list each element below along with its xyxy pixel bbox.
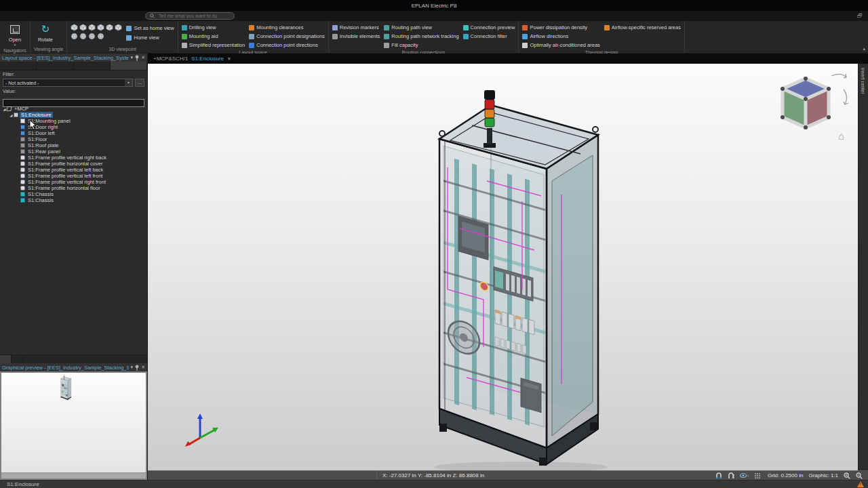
pin-icon[interactable] [135, 365, 139, 371]
ribbon-toggle[interactable]: Drilling view [182, 24, 245, 31]
chevron-down-icon[interactable]: ▾ [131, 363, 134, 371]
ribbon-group-layout-space: Drilling view Mounting aid Simplified re… [178, 21, 329, 53]
ribbon-toggle[interactable]: Routing path network tracking [384, 33, 458, 40]
tree-item[interactable]: ◢ S1:Frame profile horizontal cover [0, 161, 147, 167]
preview-enclosure-thumbnail [1, 373, 146, 473]
tree-item[interactable]: ◢ S1:Mounting panel [0, 118, 147, 124]
viewpoint-cube-icon[interactable] [97, 24, 104, 31]
navigator-tab[interactable] [0, 62, 37, 70]
tree-item[interactable]: ◢ S1:Frame profile vertical left back [0, 167, 147, 173]
viewpoint-cube-icon[interactable] [106, 24, 113, 31]
tree-item-icon [14, 113, 18, 117]
viewpoint-sphere-icon[interactable] [97, 33, 104, 40]
ribbon-toggle[interactable]: Airflow-specific reserved areas [604, 24, 681, 31]
ribbon-toggle[interactable]: Mounting aid [182, 33, 245, 40]
warning-icon[interactable] [857, 481, 864, 487]
insert-center-panel-tab[interactable]: Insert center [858, 64, 868, 470]
tree-item[interactable]: ◢ S1:Enclosure [0, 112, 147, 118]
tree-item[interactable]: ◢ S1:Floor [0, 136, 147, 142]
close-icon[interactable]: ✕ [141, 363, 145, 371]
ribbon-group-viewing-angle: ↻ Rotate Viewing angle [31, 21, 67, 53]
tree-item[interactable]: ◢ S1:Frame profile vertical left front [0, 173, 147, 179]
document-tab-prefix[interactable]: +MCP&SCH/1 [153, 56, 188, 62]
view-cube[interactable]: ⌂ [772, 69, 853, 144]
tree-item[interactable]: ◢ S1:Rear panel [0, 148, 147, 155]
snap-magnet-icon[interactable] [715, 472, 722, 479]
visibility-eye-icon[interactable] [740, 472, 749, 479]
preview-scrollbar[interactable] [1, 472, 146, 479]
open-button[interactable]: Open ▾ [3, 22, 26, 47]
ribbon-toggle-icon [463, 34, 469, 39]
expand-icon[interactable]: ◢ [9, 113, 14, 117]
zoom-out-icon[interactable] [856, 472, 863, 479]
ribbon-toggle[interactable]: Connection point designations [249, 33, 325, 40]
cursor-coordinates: X: -27.0327 in Y: -85.8104 in Z: 86.8808… [377, 472, 484, 479]
tree-list-tab[interactable] [12, 355, 23, 363]
ribbon-toggle[interactable]: Invisible elements [332, 33, 380, 40]
ribbon-toggle[interactable]: Fill capacity [384, 41, 458, 49]
viewpoint-grid [71, 22, 122, 40]
3d-viewport[interactable]: ⌂ Insert center [148, 64, 868, 470]
chevron-down-icon[interactable]: ▾ [131, 54, 134, 62]
ribbon-toggle[interactable]: Optimally air-conditioned areas [522, 41, 599, 49]
viewpoint-cube-icon[interactable] [115, 24, 122, 31]
navigator-tab[interactable] [74, 62, 111, 70]
ribbon-button[interactable]: Home view [126, 34, 174, 41]
object-snap-icon[interactable] [728, 472, 734, 479]
tree-item[interactable]: ◢ S1:Roof plate [0, 142, 147, 148]
tree-list-tabs [0, 354, 147, 363]
ribbon-toggle[interactable]: Mounting clearances [249, 24, 325, 31]
enclosure-3d-model[interactable] [419, 86, 609, 470]
collapse-ribbon-icon[interactable]: ▴ [863, 46, 865, 52]
tree-item-icon [20, 192, 25, 197]
zoom-in-icon[interactable] [844, 472, 850, 479]
tree-item[interactable]: ◢ S1:Frame profile vertical right front [0, 179, 147, 185]
pin-icon[interactable] [135, 55, 139, 61]
ribbon-toggle-icon [384, 34, 389, 39]
viewpoint-cube-icon[interactable] [79, 24, 87, 31]
ribbon-toggle[interactable]: Power dissipation density [522, 24, 599, 31]
panel-toggle-icon[interactable]: 🗗 [857, 13, 863, 19]
ribbon-toggle-icon [332, 34, 338, 39]
thermal-col2: Airflow-specific reserved areas [604, 22, 681, 31]
filter-select[interactable]: - Not activated - ▾ [3, 79, 133, 87]
tree-item-icon [20, 131, 25, 136]
search-box[interactable] [145, 12, 235, 20]
menu-bar: 🗗 [0, 11, 868, 21]
viewpoint-sphere-icon[interactable] [88, 33, 96, 40]
tree-item[interactable]: ◢ S1:Frame profile horizontal floor [0, 185, 147, 191]
tree-item[interactable]: ◢ S1:Chassis [0, 191, 147, 197]
routing-col2: Routing path view Routing path network t… [384, 22, 458, 49]
home-view-icon [126, 26, 132, 31]
ribbon-toggle[interactable]: Airflow directions [522, 33, 599, 40]
ribbon-toggle-icon [249, 34, 254, 39]
ribbon-button[interactable]: Set as home view [126, 24, 174, 32]
tree-item[interactable]: ◢ S1:Door left [0, 130, 147, 136]
filter-more-button[interactable]: ... [135, 79, 144, 87]
close-icon[interactable]: ✕ [141, 54, 145, 62]
ribbon-toggle[interactable]: Connection preview [463, 24, 515, 31]
ribbon-toggle[interactable]: Connection point directions [249, 41, 325, 49]
tab-close-icon[interactable]: ✕ [227, 56, 231, 62]
viewpoint-sphere-icon[interactable] [71, 33, 78, 40]
viewpoint-sphere-icon[interactable] [79, 33, 87, 40]
viewpoint-cube-icon[interactable] [71, 24, 78, 31]
graphic-scale[interactable]: Graphic: 1:1 [808, 472, 838, 479]
navigator-tab[interactable] [111, 62, 147, 70]
tree-item[interactable]: ◢ S1:Frame profile vertical right back [0, 155, 147, 161]
navigator-tab[interactable] [37, 62, 73, 70]
ribbon-toggle[interactable]: Connection filter [463, 33, 515, 40]
document-tab-name[interactable]: S1:Enclosure [191, 56, 224, 62]
ribbon-toggle[interactable]: Simplified representation [182, 41, 245, 49]
tree-item[interactable]: ◢ S1:Chassis [0, 197, 147, 203]
grid-setting[interactable]: Grid: 0.2500 in [768, 472, 803, 479]
viewpoint-cube-icon[interactable] [88, 24, 96, 31]
tree-item[interactable]: ◢ S1:Door right [0, 124, 147, 130]
tree-list-tab[interactable] [0, 355, 12, 363]
tree-item[interactable]: ◢ +MCP [0, 106, 147, 112]
ribbon-toggle[interactable]: Routing path view [384, 24, 458, 31]
search-input[interactable] [157, 13, 230, 19]
grid-toggle-icon[interactable] [754, 472, 762, 479]
ribbon-toggle[interactable]: Revision markers [332, 24, 380, 31]
rotate-button[interactable]: ↻ Rotate [34, 22, 57, 43]
